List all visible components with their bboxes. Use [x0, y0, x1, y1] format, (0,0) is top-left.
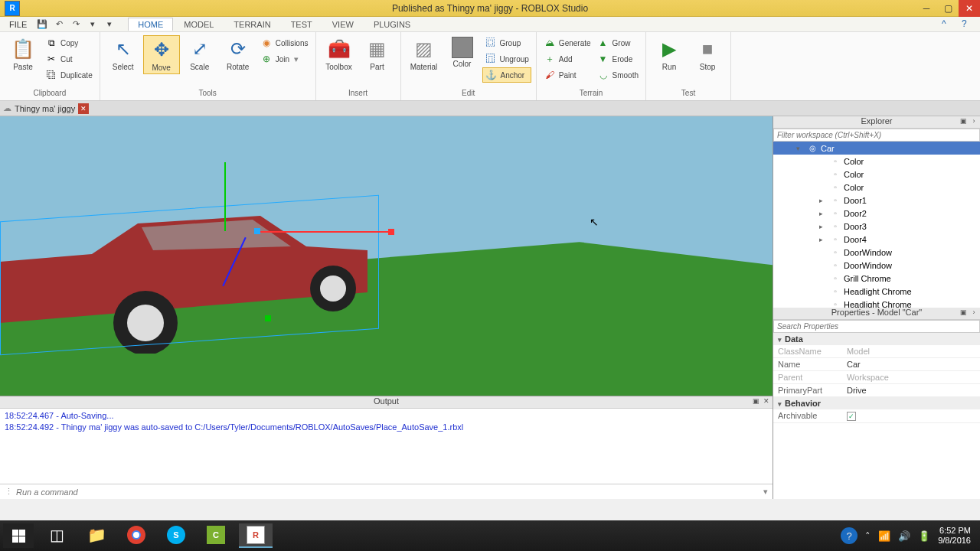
chrome-icon[interactable]	[119, 523, 153, 548]
dock-icon[interactable]: ▣	[959, 116, 968, 126]
tree-item[interactable]: ▸▫Door1	[773, 194, 980, 207]
gizmo-handle[interactable]	[265, 315, 271, 321]
add-button[interactable]: ＋Add	[541, 51, 593, 67]
save-icon[interactable]: 💾	[36, 18, 48, 31]
tree-item[interactable]: ▫DoorWindow	[773, 246, 980, 259]
anchor-button[interactable]: ⚓Anchor	[482, 67, 531, 83]
close-panel-icon[interactable]: ✕	[762, 396, 771, 406]
property-value[interactable]: Drive	[842, 384, 980, 396]
collapse-ribbon-icon[interactable]: ^	[942, 18, 954, 31]
cut-button[interactable]: ✂Cut	[43, 51, 95, 67]
property-section-header[interactable]: ▾Data	[773, 333, 980, 345]
help-tray-icon[interactable]: ?	[841, 527, 858, 544]
clock[interactable]: 6:52 PM 9/8/2016	[938, 526, 971, 546]
explorer-filter[interactable]	[773, 129, 980, 142]
expand-icon[interactable]: ›	[969, 308, 978, 317]
chevron-down-icon[interactable]: ▾	[763, 487, 768, 497]
document-close-button[interactable]: ✕	[78, 103, 89, 114]
expand-icon[interactable]: ▸	[819, 197, 827, 204]
gizmo-x-axis[interactable]	[256, 231, 394, 233]
property-row[interactable]: ParentWorkspace	[773, 371, 980, 384]
property-value[interactable]: Car	[842, 358, 980, 370]
tree-item[interactable]: ▫Headlight Chrome	[773, 298, 980, 308]
file-menu[interactable]: FILE	[3, 18, 33, 31]
gizmo-y-axis[interactable]	[224, 162, 226, 231]
tree-item[interactable]: ▫Headlight Chrome	[773, 285, 980, 298]
explorer-tree[interactable]: ▾◎Car▫Color▫Color▫Color▸▫Door1▸▫Door2▸▫D…	[773, 142, 980, 308]
tray-chevron-icon[interactable]: ˄	[865, 530, 871, 542]
undo-icon[interactable]: ↶	[53, 18, 65, 31]
skype-icon[interactable]: S	[159, 523, 193, 548]
select-button[interactable]: ↖Select	[105, 35, 142, 73]
generate-button[interactable]: ⛰Generate	[541, 35, 593, 51]
taskview-icon[interactable]: ◫	[40, 523, 74, 548]
property-row[interactable]: PrimaryPartDrive	[773, 384, 980, 397]
tab-view[interactable]: VIEW	[323, 18, 363, 31]
tab-model[interactable]: MODEL	[175, 18, 223, 31]
ungroup-button[interactable]: ⿵Ungroup	[482, 51, 531, 67]
paste-button[interactable]: 📋 Paste	[5, 35, 41, 73]
tab-home[interactable]: HOME	[128, 18, 173, 31]
property-section-header[interactable]: ▾Behavior	[773, 397, 980, 409]
volume-icon[interactable]: 🔊	[898, 530, 910, 542]
properties-search[interactable]	[773, 320, 980, 333]
dock-icon[interactable]: ▣	[751, 396, 760, 406]
qat-dropdown-icon[interactable]: ▾	[87, 18, 99, 31]
tree-item[interactable]: ▾◎Car	[773, 142, 980, 155]
stop-button[interactable]: ■Stop	[689, 35, 726, 73]
tree-item[interactable]: ▸▫Door4	[773, 233, 980, 246]
tree-item[interactable]: ▫Color	[773, 168, 980, 181]
color-button[interactable]: Color	[444, 35, 481, 70]
toolbox-button[interactable]: 🧰Toolbox	[321, 35, 358, 73]
document-name[interactable]: Thingy ma' jiggy	[15, 104, 75, 113]
battery-icon[interactable]: 🔋	[918, 530, 930, 542]
grow-button[interactable]: ▲Grow	[595, 35, 641, 51]
expand-icon[interactable]: ▸	[819, 236, 827, 243]
file-explorer-icon[interactable]: 📁	[80, 523, 113, 548]
scale-button[interactable]: ⤢Scale	[181, 35, 218, 73]
property-value[interactable]: ✓	[842, 409, 980, 422]
tab-test[interactable]: TEST	[282, 18, 322, 31]
dock-icon[interactable]: ▣	[959, 308, 968, 317]
expand-icon[interactable]: ›	[969, 116, 978, 126]
network-icon[interactable]: 📶	[878, 530, 890, 542]
material-button[interactable]: ▨Material	[406, 35, 443, 73]
command-bar[interactable]: ⋮ ▾	[0, 484, 773, 499]
rotate-button[interactable]: ⟳Rotate	[220, 35, 256, 73]
start-button[interactable]	[3, 523, 34, 548]
expand-icon[interactable]: ▸	[819, 223, 827, 230]
move-button[interactable]: ✥Move	[143, 35, 180, 74]
duplicate-button[interactable]: ⿻Duplicate	[43, 67, 95, 83]
copy-button[interactable]: ⧉Copy	[43, 35, 95, 51]
tree-item[interactable]: ▫DoorWindow	[773, 259, 980, 272]
taskbar[interactable]: ◫ 📁 S C R ? ˄ 📶 🔊 🔋 6:52 PM 9/8/2016	[0, 520, 980, 551]
expand-icon[interactable]: ▸	[819, 210, 827, 217]
tree-item[interactable]: ▸▫Door2	[773, 207, 980, 220]
redo-icon[interactable]: ↷	[70, 18, 82, 31]
property-row[interactable]: ClassNameModel	[773, 345, 980, 358]
expand-icon[interactable]: ▾	[796, 145, 804, 152]
viewport-3d[interactable]: ↖	[0, 116, 773, 396]
tree-item[interactable]: ▸▫Door3	[773, 220, 980, 233]
run-button[interactable]: ▶Run	[651, 35, 688, 73]
gizmo-handle[interactable]	[254, 228, 260, 234]
paint-button[interactable]: 🖌Paint	[541, 67, 593, 83]
property-row[interactable]: NameCar	[773, 358, 980, 371]
maximize-button[interactable]: ▢	[937, 0, 959, 17]
minimize-button[interactable]: ─	[916, 0, 937, 17]
erode-button[interactable]: ▼Erode	[595, 51, 641, 67]
output-body[interactable]: 18:52:24.467 - Auto-Saving... 18:52:24.4…	[0, 409, 773, 484]
close-button[interactable]: ✕	[959, 0, 980, 17]
tree-item[interactable]: ▫Color	[773, 155, 980, 168]
system-tray[interactable]: ? ˄ 📶 🔊 🔋 6:52 PM 9/8/2016	[841, 526, 977, 546]
collisions-button[interactable]: ◉Collisions	[258, 35, 311, 51]
join-button[interactable]: ⊕Join▾	[258, 51, 311, 67]
tab-plugins[interactable]: PLUGINS	[364, 18, 420, 31]
smooth-button[interactable]: ◡Smooth	[595, 67, 641, 83]
tree-item[interactable]: ▫Color	[773, 181, 980, 194]
gizmo-handle[interactable]	[388, 229, 394, 235]
part-button[interactable]: ▦Part	[359, 35, 396, 73]
tab-terrain[interactable]: TERRAIN	[224, 18, 279, 31]
roblox-studio-icon[interactable]: R	[239, 523, 273, 548]
camtasia-icon[interactable]: C	[199, 523, 233, 548]
